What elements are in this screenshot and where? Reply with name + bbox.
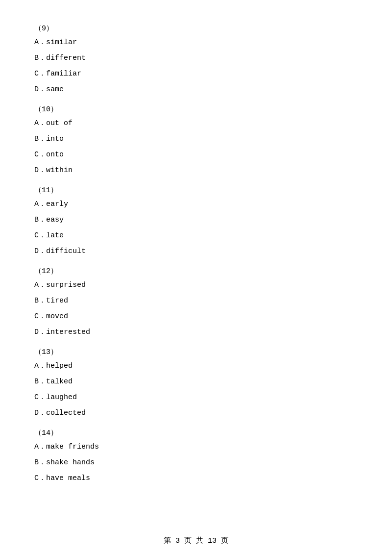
option-q13-1: B．talked — [34, 376, 358, 388]
option-q14-1: B．shake hands — [34, 457, 358, 469]
option-q9-1: B．different — [34, 52, 358, 64]
option-q10-0: A．out of — [34, 118, 358, 129]
main-content: （9）A．similarB．differentC．familiarD．same（… — [0, 0, 392, 518]
option-q10-3: D．within — [34, 165, 358, 177]
page-footer: 第 3 页 共 13 页 — [0, 536, 392, 545]
option-q11-3: D．difficult — [34, 246, 358, 257]
option-q13-2: C．laughed — [34, 392, 358, 404]
footer-text: 第 3 页 共 13 页 — [164, 537, 228, 545]
option-q10-1: B．into — [34, 133, 358, 145]
question-number-10: （10） — [34, 104, 358, 114]
option-q12-0: A．surprised — [34, 279, 358, 291]
option-q12-3: D．interested — [34, 327, 358, 338]
option-q13-3: D．collected — [34, 407, 358, 419]
option-q14-2: C．have meals — [34, 473, 358, 484]
option-q12-1: B．tired — [34, 295, 358, 307]
option-q14-0: A．make friends — [34, 441, 358, 453]
option-q9-3: D．same — [34, 84, 358, 96]
question-number-12: （12） — [34, 266, 358, 276]
question-number-13: （13） — [34, 347, 358, 356]
option-q11-2: C．late — [34, 230, 358, 242]
option-q9-0: A．similar — [34, 37, 358, 49]
question-number-14: （14） — [34, 428, 358, 437]
option-q10-2: C．onto — [34, 149, 358, 161]
option-q11-0: A．early — [34, 199, 358, 210]
question-number-9: （9） — [34, 24, 358, 33]
option-q12-2: C．moved — [34, 311, 358, 323]
question-number-11: （11） — [34, 185, 358, 195]
option-q11-1: B．easy — [34, 214, 358, 226]
option-q13-0: A．helped — [34, 360, 358, 372]
option-q9-2: C．familiar — [34, 68, 358, 80]
